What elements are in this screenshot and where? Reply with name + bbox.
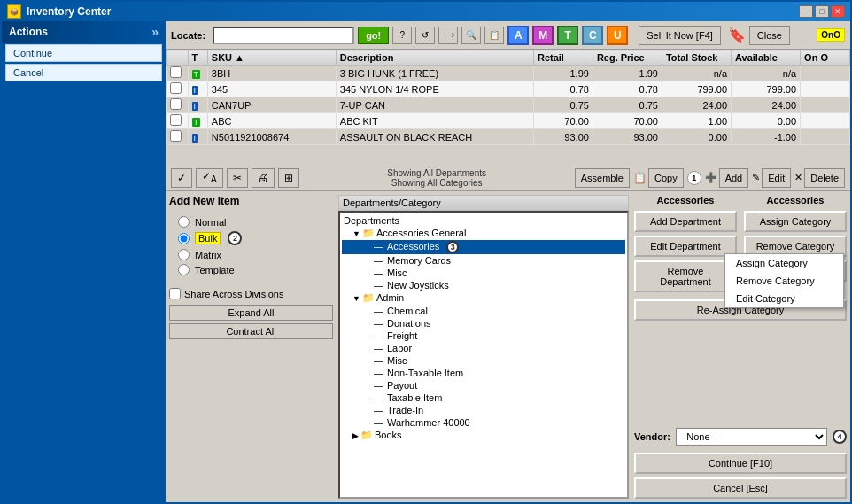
row-ono bbox=[801, 66, 850, 81]
tree-item[interactable]: —Misc bbox=[342, 354, 625, 367]
add-icon: ➕ bbox=[705, 172, 717, 183]
tree-item[interactable]: —Misc bbox=[342, 267, 625, 279]
col-header-retail[interactable]: Retail bbox=[533, 50, 593, 66]
tree-item[interactable]: ▼📁Admin bbox=[342, 291, 625, 305]
tree-item[interactable]: —Memory Cards bbox=[342, 254, 625, 267]
filter-m-button[interactable]: M bbox=[532, 26, 554, 45]
expand-all-button[interactable]: Expand All bbox=[169, 305, 333, 321]
radio-template-label[interactable]: Template bbox=[195, 265, 235, 275]
checkmark-button[interactable]: ✓ bbox=[171, 168, 192, 188]
share-checkbox[interactable] bbox=[169, 288, 181, 299]
filter-a-button[interactable]: A bbox=[507, 26, 529, 45]
dept-line1: Showing All Departments bbox=[303, 168, 571, 178]
tree-item[interactable]: —Donations bbox=[342, 317, 625, 330]
sidebar-header: Actions » bbox=[2, 21, 166, 43]
tree-item[interactable]: —Trade-In bbox=[342, 404, 625, 416]
col-header-stock[interactable]: Total Stock bbox=[662, 50, 731, 66]
sidebar-item-cancel[interactable]: Cancel bbox=[5, 64, 162, 81]
edit-department-button[interactable]: Edit Department bbox=[634, 236, 737, 257]
radio-matrix[interactable] bbox=[178, 249, 190, 260]
context-menu-assign[interactable]: Assign Category bbox=[725, 254, 843, 272]
row-ono bbox=[801, 97, 850, 113]
remove-department-button[interactable]: Remove Department bbox=[634, 260, 737, 292]
tree-item[interactable]: —New Joysticks bbox=[342, 279, 625, 291]
col-header-reg[interactable]: Reg. Price bbox=[593, 50, 662, 66]
row-avail: -1.00 bbox=[732, 129, 801, 145]
filter-u-button[interactable]: U bbox=[607, 26, 628, 45]
table-row[interactable]: I CAN7UP 7-UP CAN 0.75 0.75 24.00 24.00 bbox=[167, 97, 850, 113]
radio-normal[interactable] bbox=[178, 216, 190, 228]
tree-item[interactable]: ▼📁Accessories General bbox=[342, 227, 625, 240]
checkmark-a-button[interactable]: ✓A bbox=[196, 168, 223, 188]
delete-button[interactable]: Delete bbox=[804, 168, 845, 188]
vendor-select[interactable]: --None-- bbox=[676, 428, 827, 446]
close-text-button[interactable]: Close bbox=[749, 26, 790, 45]
filter-c-button[interactable]: C bbox=[582, 26, 603, 45]
tree-item[interactable]: ▶📁Books bbox=[342, 429, 625, 442]
row-check[interactable] bbox=[167, 113, 189, 129]
tree-item[interactable]: —Non-Taxable Item bbox=[342, 367, 625, 379]
row-check[interactable] bbox=[167, 66, 189, 81]
scissors-button[interactable]: ✂ bbox=[227, 168, 248, 188]
minimize-button[interactable]: ─ bbox=[799, 5, 813, 18]
sidebar-collapse-icon[interactable]: » bbox=[151, 25, 159, 39]
inventory-table: T SKU ▲ Description Retail Reg. Price To… bbox=[166, 50, 850, 145]
col-header-avail[interactable]: Available bbox=[732, 50, 801, 66]
row-desc: 3 BIG HUNK (1 FREE) bbox=[336, 66, 533, 81]
close-button[interactable]: ✕ bbox=[831, 5, 845, 18]
sidebar-item-continue[interactable]: Continue bbox=[5, 44, 162, 62]
assign-category-button[interactable]: Assign Category bbox=[744, 211, 847, 232]
radio-bulk[interactable] bbox=[178, 233, 190, 244]
table-row[interactable]: I 345 345 NYLON 1/4 ROPE 0.78 0.78 799.0… bbox=[167, 81, 850, 97]
locate-input[interactable] bbox=[213, 27, 354, 44]
refresh-button[interactable]: ↺ bbox=[415, 27, 435, 44]
edit-button[interactable]: Edit bbox=[762, 168, 791, 188]
radio-bulk-label[interactable]: Bulk bbox=[195, 233, 221, 244]
col-header-sku[interactable]: SKU ▲ bbox=[207, 50, 336, 66]
radio-template[interactable] bbox=[178, 264, 190, 275]
tree-item[interactable]: —Freight bbox=[342, 330, 625, 342]
radio-normal-label[interactable]: Normal bbox=[195, 217, 226, 228]
go-button[interactable]: go! bbox=[358, 27, 389, 44]
tree-item[interactable]: —Warhammer 40000 bbox=[342, 416, 625, 429]
assemble-button[interactable]: Assemble bbox=[575, 168, 630, 188]
context-menu-edit[interactable]: Edit Category bbox=[725, 290, 843, 307]
row-check[interactable] bbox=[167, 129, 189, 145]
cancel-esc-button[interactable]: Cancel [Esc] bbox=[634, 477, 847, 499]
tree-container[interactable]: Departments▼📁Accessories General—Accesso… bbox=[338, 211, 629, 499]
print-button[interactable]: 📋 bbox=[484, 27, 504, 44]
col-header-type[interactable]: T bbox=[188, 50, 207, 66]
add-button[interactable]: Add bbox=[719, 168, 749, 188]
forward-button[interactable]: ⟶ bbox=[438, 27, 458, 44]
tree-item[interactable]: —Payout bbox=[342, 379, 625, 392]
row-check[interactable] bbox=[167, 97, 189, 113]
table-row[interactable]: T ABC ABC KIT 70.00 70.00 1.00 0.00 bbox=[167, 113, 850, 129]
table-row[interactable]: T 3BH 3 BIG HUNK (1 FREE) 1.99 1.99 n/a … bbox=[167, 66, 850, 81]
print2-button[interactable]: 🖨 bbox=[252, 168, 275, 188]
add-department-button[interactable]: Add Department bbox=[634, 211, 737, 232]
row-check[interactable] bbox=[167, 81, 189, 97]
context-menu-remove[interactable]: Remove Category bbox=[725, 272, 843, 290]
share-label[interactable]: Share Across Divisions bbox=[184, 289, 284, 299]
copy-button[interactable]: Copy bbox=[648, 168, 684, 188]
search-button[interactable]: 🔍 bbox=[461, 27, 481, 44]
tree-item[interactable]: —Taxable Item bbox=[342, 392, 625, 404]
col-header-desc[interactable]: Description bbox=[336, 50, 533, 66]
col-header-ono[interactable]: On O bbox=[801, 50, 850, 66]
tree-item[interactable]: —Labor bbox=[342, 342, 625, 354]
table-row[interactable]: I N5011921008674 ASSAULT ON BLACK REACH … bbox=[167, 129, 850, 145]
tree-item[interactable]: —Accessories3 bbox=[342, 240, 625, 254]
circle-3-badge: 3 bbox=[446, 241, 459, 253]
row-retail: 1.99 bbox=[533, 66, 593, 81]
contract-all-button[interactable]: Contract All bbox=[169, 323, 333, 339]
filter-t-button[interactable]: T bbox=[557, 26, 578, 45]
row-type: T bbox=[188, 66, 207, 81]
grid-button[interactable]: ⊞ bbox=[278, 168, 299, 188]
radio-matrix-label[interactable]: Matrix bbox=[195, 250, 221, 260]
tree-item[interactable]: Departments bbox=[342, 214, 625, 227]
continue-f10-button[interactable]: Continue [F10] bbox=[634, 453, 847, 474]
sell-it-now-button[interactable]: Sell It Now [F4] bbox=[639, 26, 721, 45]
tree-item[interactable]: —Chemical bbox=[342, 305, 625, 317]
maximize-button[interactable]: □ bbox=[815, 5, 829, 18]
help-button[interactable]: ? bbox=[392, 27, 412, 44]
